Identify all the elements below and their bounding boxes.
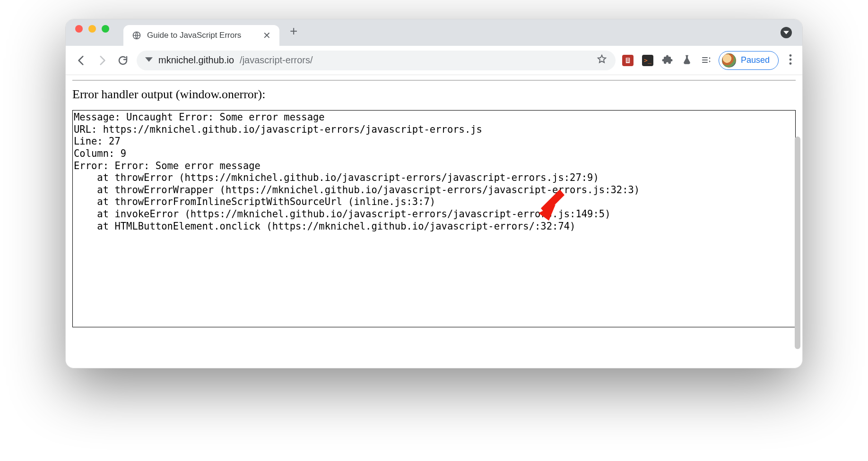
experiments-icon[interactable] <box>682 54 692 67</box>
svg-rect-4 <box>626 60 629 60</box>
close-window-button[interactable] <box>75 25 83 33</box>
maximize-window-button[interactable] <box>102 25 109 33</box>
extension-icon-terminal[interactable]: >_ <box>642 55 653 66</box>
tab-active[interactable]: Guide to JavaScript Errors ✕ <box>123 25 279 46</box>
tab-title: Guide to JavaScript Errors <box>147 31 241 40</box>
profile-status: Paused <box>741 55 770 65</box>
svg-rect-3 <box>626 58 629 59</box>
tab-search-button[interactable] <box>781 27 792 38</box>
bookmark-button[interactable] <box>597 54 607 67</box>
reload-button[interactable] <box>116 53 130 68</box>
svg-rect-5 <box>626 61 629 61</box>
tab-strip: Guide to JavaScript Errors ✕ + <box>66 19 802 46</box>
svg-point-7 <box>790 58 792 60</box>
page-content: Error handler output (window.onerror): M… <box>66 75 802 368</box>
page-viewport: Error handler output (window.onerror): M… <box>66 75 802 368</box>
profile-chip[interactable]: Paused <box>719 51 779 70</box>
browser-window: Guide to JavaScript Errors ✕ + mknichel.… <box>65 19 803 368</box>
back-button[interactable] <box>74 53 88 68</box>
svg-point-6 <box>790 54 792 57</box>
extension-icon-1[interactable] <box>622 55 634 66</box>
avatar <box>722 53 736 68</box>
site-info-button[interactable] <box>145 55 153 66</box>
page-heading: Error handler output (window.onerror): <box>72 87 796 102</box>
url-path: /javascript-errors/ <box>240 55 312 66</box>
globe-icon <box>132 31 141 40</box>
extensions-menu-button[interactable] <box>662 54 673 67</box>
svg-point-8 <box>790 62 792 65</box>
chrome-menu-button[interactable] <box>785 54 794 67</box>
forward-button[interactable] <box>95 53 109 68</box>
error-output-box[interactable]: Message: Uncaught Error: Some error mess… <box>72 110 796 327</box>
minimize-window-button[interactable] <box>88 25 96 33</box>
new-tab-button[interactable]: + <box>279 24 306 42</box>
close-tab-button[interactable]: ✕ <box>263 31 271 40</box>
extension-icons: >_ <box>622 54 712 67</box>
toolbar: mknichel.github.io/javascript-errors/ >_… <box>66 46 802 75</box>
divider <box>72 80 796 81</box>
media-controls-icon[interactable] <box>701 54 712 67</box>
address-bar[interactable]: mknichel.github.io/javascript-errors/ <box>137 51 616 70</box>
scrollbar[interactable] <box>795 137 800 349</box>
window-controls <box>75 19 123 46</box>
url-host: mknichel.github.io <box>158 55 234 66</box>
